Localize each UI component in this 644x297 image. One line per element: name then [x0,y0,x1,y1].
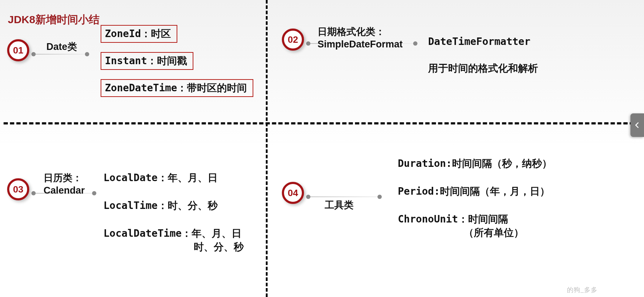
section-label-util: 工具类 [325,199,354,211]
item-zonedatetime: ZoneDateTime：带时区的时间 [101,79,253,97]
item-datetimeformatter: DateTimeFormatter [428,36,538,47]
item-localtime: LocalTime：时、分、秒 [103,199,244,212]
page-title: JDK8新增时间小结 [8,12,100,27]
vertical-divider [266,0,268,297]
section-format-items: DateTimeFormatter 用于时间的格式化和解析 [428,36,538,89]
chevron-left-icon [634,122,641,129]
section-date-items: ZoneId：时区 Instant：时间戳 ZoneDateTime：带时区的时… [101,25,253,106]
watermark: 的狗_多多 [567,286,598,294]
item-instant: Instant：时间戳 [101,52,193,70]
horizontal-divider [4,122,640,124]
item-format-desc: 用于时间的格式化和解析 [428,62,538,75]
item-duration: Duration:时间间隔（秒，纳秒） [398,157,552,170]
section-util-items: Duration:时间间隔（秒，纳秒） Period:时间间隔（年，月，日） C… [398,157,552,254]
section-calendar-items: LocalDate：年、月、日 LocalTime：时、分、秒 LocalDat… [103,171,244,268]
side-collapse-tab[interactable] [630,113,644,137]
item-localdate: LocalDate：年、月、日 [103,171,244,185]
item-zoneid: ZoneId：时区 [101,25,177,43]
section-label-date: Date类 [46,41,77,53]
section-label-calendar: 日历类： Calendar [44,172,85,197]
section-badge-04: 04 [282,182,304,204]
section-badge-01: 01 [7,39,29,61]
item-period: Period:时间间隔（年，月，日） [398,185,552,198]
section-badge-02: 02 [282,29,304,51]
section-label-format: 日期格式化类： SimpleDateFormat [318,26,403,51]
item-chronounit: ChronoUnit：时间间隔 （所有单位） [398,212,552,240]
section-badge-03: 03 [7,178,29,200]
item-localdatetime: LocalDateTime：年、月、日 时、分、秒 [103,227,244,254]
